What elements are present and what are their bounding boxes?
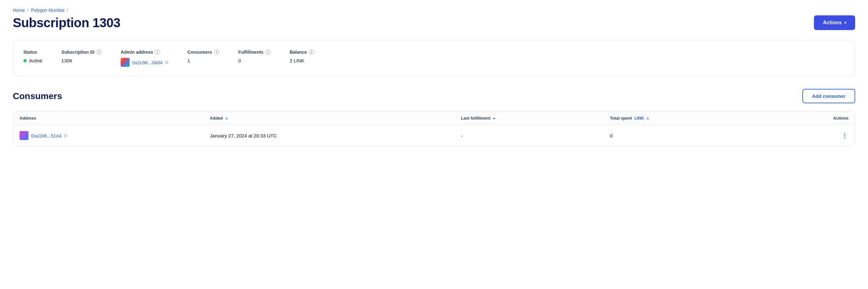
consumers-count-value: 1 xyxy=(188,58,219,63)
balance-value: 2 LINK xyxy=(290,58,314,63)
consumers-count-label: Consumers i xyxy=(188,49,219,55)
status-badge: Active xyxy=(23,58,42,63)
subscription-id-field: Subscription ID i 1306 xyxy=(61,49,101,67)
consumer-last-fulfillment-cell: - xyxy=(455,125,603,146)
actions-label: Actions xyxy=(823,20,842,26)
breadcrumb-home[interactable]: Home xyxy=(13,8,25,13)
copy-icon[interactable]: ⧉ xyxy=(165,60,168,65)
consumers-section: Consumers Add consumer Address Added xyxy=(13,89,855,146)
col-last-fulfillment: Last fulfillment xyxy=(455,111,603,125)
status-dot-active xyxy=(23,59,27,62)
balance-info-icon[interactable]: i xyxy=(309,49,314,55)
status-field: Status Active xyxy=(23,49,42,67)
consumer-avatar xyxy=(20,131,29,140)
fulfillments-info-icon[interactable]: i xyxy=(265,49,271,55)
consumers-field: Consumers i 1 xyxy=(188,49,219,67)
added-sort-icon[interactable] xyxy=(225,117,228,120)
subscription-id-value: 1306 xyxy=(61,58,101,63)
chevron-down-icon: ▾ xyxy=(844,21,846,25)
consumers-table: Address Added Last fulfillment xyxy=(13,111,855,146)
admin-address-field: Admin address i 0x2c96...06d4 ⧉ xyxy=(121,49,168,67)
add-consumer-button[interactable]: Add consumer xyxy=(802,89,855,103)
consumers-info-icon[interactable]: i xyxy=(214,49,219,55)
table-header-row: Address Added Last fulfillment xyxy=(13,111,855,125)
consumer-actions-cell: ⋮ xyxy=(767,125,855,146)
consumer-address-cell: 0xa1b8...51e4 ⧉ xyxy=(13,125,204,146)
last-fulfillment-sort-icon[interactable] xyxy=(493,118,495,119)
fulfillments-field: Fulfillments i 0 xyxy=(239,49,271,67)
total-spent-sort-icon[interactable] xyxy=(647,117,649,120)
info-card: Status Active Subscription ID i 1306 Adm… xyxy=(13,40,855,76)
row-actions-menu-button[interactable]: ⋮ xyxy=(841,132,848,139)
table-row: 0xa1b8...51e4 ⧉ January 27, 2024 at 20:3… xyxy=(13,125,855,146)
fulfillments-label: Fulfillments i xyxy=(239,49,271,55)
admin-address-label: Admin address i xyxy=(121,49,168,55)
admin-address-row: 0x2c96...06d4 ⧉ xyxy=(121,58,168,67)
consumers-header: Consumers Add consumer xyxy=(13,89,855,103)
admin-address-link[interactable]: 0x2c96...06d4 xyxy=(132,60,162,65)
consumer-total-spent-cell: 0 xyxy=(603,125,767,146)
subscription-id-info-icon[interactable]: i xyxy=(96,49,101,55)
admin-avatar xyxy=(121,58,130,67)
col-total-spent: Total spent LINK xyxy=(603,111,767,125)
status-value: Active xyxy=(29,58,42,63)
fulfillments-value: 0 xyxy=(239,58,271,63)
consumer-address-link[interactable]: 0xa1b8...51e4 xyxy=(31,133,61,138)
consumer-added-cell: January 27, 2024 at 20:33 UTC xyxy=(204,125,455,146)
consumers-table-wrapper: Address Added Last fulfillment xyxy=(13,111,855,146)
balance-field: Balance i 2 LINK xyxy=(290,49,314,67)
breadcrumb: Home / Polygon Mumbai / xyxy=(13,8,855,13)
actions-button[interactable]: Actions ▾ xyxy=(814,15,855,30)
status-label: Status xyxy=(23,49,42,55)
col-actions: Actions xyxy=(767,111,855,125)
consumer-copy-icon[interactable]: ⧉ xyxy=(64,133,67,138)
balance-label: Balance i xyxy=(290,49,314,55)
header-row: Subscription 1303 Actions ▾ xyxy=(13,15,855,30)
subscription-id-label: Subscription ID i xyxy=(61,49,101,55)
col-added: Added xyxy=(204,111,455,125)
admin-address-info-icon[interactable]: i xyxy=(155,49,160,55)
consumers-title: Consumers xyxy=(13,91,62,101)
breadcrumb-network[interactable]: Polygon Mumbai xyxy=(31,8,64,13)
col-address: Address xyxy=(13,111,204,125)
page-title: Subscription 1303 xyxy=(13,16,120,30)
